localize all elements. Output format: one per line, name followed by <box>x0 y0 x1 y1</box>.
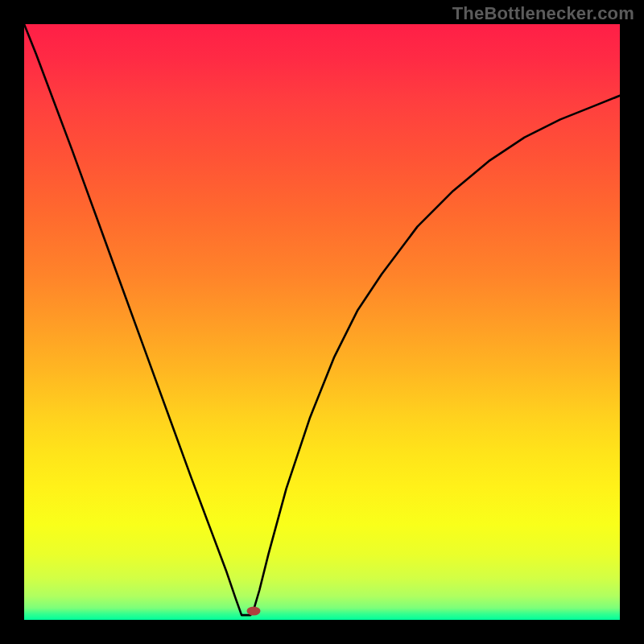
plot-area <box>24 24 620 620</box>
chart-frame: TheBottlenecker.com <box>0 0 644 644</box>
metric-line <box>24 24 620 615</box>
optimum-marker <box>246 606 260 615</box>
watermark-text: TheBottlenecker.com <box>452 3 634 24</box>
bottleneck-curve <box>24 24 620 620</box>
